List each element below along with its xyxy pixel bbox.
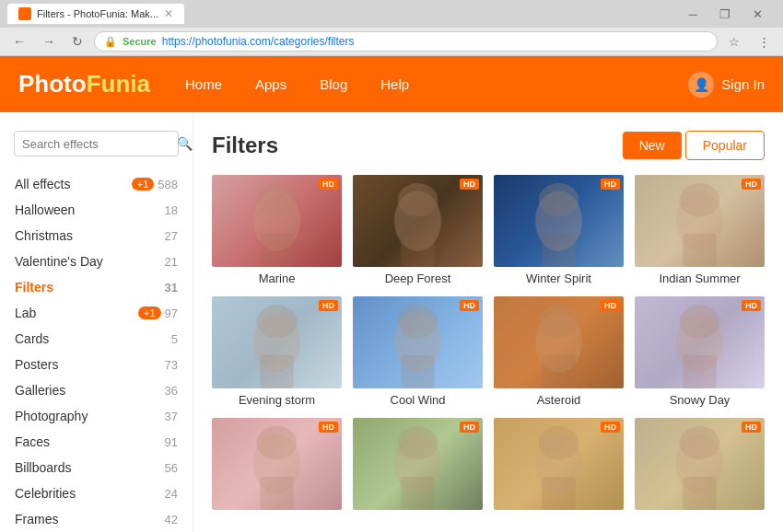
- effect-card-9[interactable]: HD: [353, 418, 483, 515]
- sidebar-item-frames[interactable]: Frames42: [0, 506, 193, 532]
- effect-card-10[interactable]: HD: [494, 418, 624, 515]
- search-icon: 🔍: [177, 136, 193, 151]
- logo-photo: Photo: [18, 70, 87, 98]
- sidebar-item-all-effects[interactable]: All effects+1588: [0, 171, 193, 197]
- url-text: https://photofunia.com/categories/filter…: [162, 35, 355, 48]
- main-area: Filters New Popular HD Marine HD Deep Fo…: [193, 112, 783, 532]
- nav-apps[interactable]: Apps: [239, 56, 303, 112]
- sidebar-label: Celebrities: [15, 486, 165, 501]
- menu-button[interactable]: ⋮: [753, 34, 776, 50]
- hd-badge: HD: [601, 422, 620, 433]
- sidebar-item-cards[interactable]: Cards5: [0, 326, 193, 352]
- hd-badge: HD: [460, 179, 479, 190]
- sign-in-area[interactable]: 👤 Sign In: [688, 72, 765, 98]
- back-button[interactable]: ←: [7, 32, 31, 51]
- search-box[interactable]: 🔍: [14, 131, 179, 156]
- svg-rect-2: [260, 234, 293, 267]
- sidebar-item-posters[interactable]: Posters73: [0, 352, 193, 377]
- svg-point-16: [398, 305, 438, 338]
- sidebar-label: Christmas: [15, 228, 165, 243]
- effect-name: Indian Summer: [635, 272, 765, 285]
- bookmark-button[interactable]: ☆: [723, 34, 745, 50]
- sidebar-label: Posters: [15, 357, 165, 372]
- svg-rect-17: [401, 355, 434, 388]
- effect-card-8[interactable]: HD: [212, 418, 342, 515]
- effect-name: Marine: [212, 272, 342, 285]
- sidebar-count: 18: [165, 203, 178, 217]
- svg-rect-26: [260, 477, 293, 510]
- sidebar-label: Lab: [15, 306, 138, 320]
- sidebar-item-lab[interactable]: Lab+197: [0, 300, 193, 326]
- sidebar-count: 37: [165, 410, 178, 423]
- svg-point-31: [539, 426, 579, 459]
- sidebar-item-faces[interactable]: Faces91: [0, 429, 193, 455]
- browser-chrome: Filters - PhotoFunia: Mak... ✕ ─ ❐ ✕ ← →…: [0, 0, 783, 56]
- hd-badge: HD: [742, 179, 761, 190]
- logo-funia: Funia: [87, 70, 150, 98]
- new-button[interactable]: New: [623, 132, 682, 159]
- effect-image: HD: [635, 418, 765, 510]
- effect-card-Snowy Day[interactable]: HD Snowy Day: [635, 296, 765, 407]
- sidebar-item-filters[interactable]: Filters31: [0, 274, 193, 300]
- forward-button[interactable]: →: [37, 32, 61, 51]
- sidebar-count: 36: [165, 384, 178, 398]
- svg-point-4: [398, 183, 438, 216]
- effect-card-Marine[interactable]: HD Marine: [212, 175, 342, 285]
- svg-point-13: [257, 305, 298, 338]
- sidebar-count: 91: [165, 435, 178, 449]
- sidebar-item-halloween[interactable]: Halloween18: [0, 197, 193, 223]
- sidebar-label: Photography: [15, 409, 165, 423]
- sidebar-count: 73: [165, 358, 178, 372]
- tab-close-button[interactable]: ✕: [164, 7, 173, 20]
- popular-button[interactable]: Popular: [685, 131, 765, 160]
- effect-image: HD: [635, 175, 765, 267]
- sidebar-label: Billboards: [15, 460, 165, 475]
- sidebar-item-galleries[interactable]: Galleries36: [0, 377, 193, 403]
- sidebar-item-billboards[interactable]: Billboards56: [0, 455, 193, 480]
- effect-image: HD: [353, 175, 483, 267]
- url-bar[interactable]: 🔒 Secure https://photofunia.com/categori…: [94, 31, 718, 52]
- browser-actions: ☆ ⋮: [723, 34, 776, 50]
- search-input[interactable]: [22, 137, 177, 151]
- refresh-button[interactable]: ↻: [66, 32, 88, 51]
- hd-badge: HD: [601, 179, 620, 190]
- sidebar-item-celebrities[interactable]: Celebrities24: [0, 480, 193, 506]
- sidebar-label: Frames: [15, 512, 165, 526]
- svg-point-1: [257, 183, 298, 216]
- nav-links: Home Apps Blog Help: [169, 56, 426, 112]
- sidebar-label: Cards: [15, 331, 171, 346]
- svg-rect-23: [683, 355, 716, 388]
- effect-card-Evening storm[interactable]: HD Evening storm: [212, 296, 342, 407]
- nav-blog[interactable]: Blog: [303, 56, 364, 112]
- main-nav: PhotoFunia Home Apps Blog Help 👤 Sign In: [0, 56, 783, 112]
- sidebar-items: All effects+1588Halloween18Christmas27Va…: [0, 171, 193, 532]
- effect-card-Deep Forest[interactable]: HD Deep Forest: [353, 175, 483, 285]
- sidebar-item-valentines-day[interactable]: Valentine's Day21: [0, 249, 193, 274]
- sidebar-item-christmas[interactable]: Christmas27: [0, 223, 193, 249]
- sidebar-count: 21: [165, 255, 178, 269]
- sidebar-count: 31: [165, 281, 178, 295]
- hd-badge: HD: [319, 422, 338, 433]
- effect-card-Asteroid[interactable]: HD Asteroid: [494, 296, 624, 407]
- sidebar-item-photography[interactable]: Photography37: [0, 403, 193, 429]
- hd-badge: HD: [319, 300, 338, 311]
- restore-button[interactable]: ❐: [714, 6, 736, 22]
- effect-image: HD: [353, 418, 483, 510]
- effect-card-11[interactable]: HD: [635, 418, 765, 515]
- effect-card-Winter Spirit[interactable]: HD Winter Spirit: [494, 175, 624, 285]
- browser-tab[interactable]: Filters - PhotoFunia: Mak... ✕: [7, 4, 184, 24]
- nav-help[interactable]: Help: [364, 56, 426, 112]
- effect-image: HD: [494, 175, 624, 267]
- logo[interactable]: PhotoFunia: [18, 61, 169, 108]
- minimize-button[interactable]: ─: [684, 6, 703, 22]
- close-button[interactable]: ✕: [747, 6, 768, 22]
- nav-home[interactable]: Home: [169, 56, 239, 112]
- hd-badge: HD: [460, 422, 479, 433]
- svg-point-19: [539, 305, 579, 338]
- sidebar-count: 42: [165, 513, 178, 526]
- effect-card-Indian Summer[interactable]: HD Indian Summer: [635, 175, 765, 285]
- effect-image: HD: [212, 296, 342, 388]
- effect-card-Cool Wind[interactable]: HD Cool Wind: [353, 296, 483, 407]
- browser-titlebar: Filters - PhotoFunia: Mak... ✕ ─ ❐ ✕: [0, 0, 783, 28]
- sign-in-label: Sign In: [721, 76, 765, 92]
